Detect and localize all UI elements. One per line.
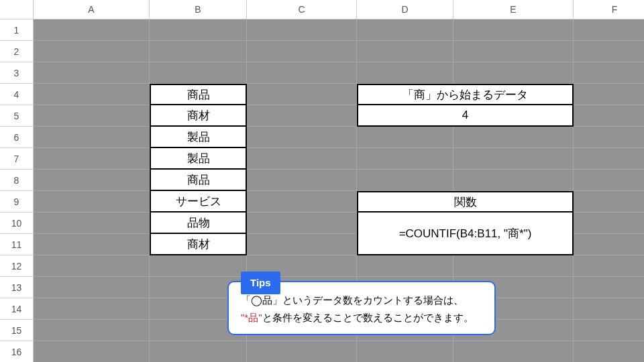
cell[interactable] xyxy=(34,170,150,191)
cell[interactable] xyxy=(247,84,357,105)
cell[interactable] xyxy=(247,148,357,170)
column-header-B[interactable]: B xyxy=(150,0,247,19)
data-cell[interactable]: 4 xyxy=(357,105,574,127)
cell[interactable] xyxy=(34,191,150,213)
cell[interactable] xyxy=(453,255,574,277)
cell[interactable] xyxy=(574,148,644,170)
cell[interactable] xyxy=(34,62,150,84)
data-cell[interactable]: 製品 xyxy=(150,127,247,148)
cell[interactable] xyxy=(453,341,574,362)
cell[interactable] xyxy=(453,170,574,191)
cell[interactable] xyxy=(574,277,644,298)
data-cell[interactable]: サービス xyxy=(150,191,247,213)
cell[interactable] xyxy=(574,213,644,234)
cell[interactable] xyxy=(574,62,644,84)
cell[interactable] xyxy=(247,341,357,362)
cell[interactable] xyxy=(357,41,453,62)
cell[interactable] xyxy=(34,148,150,170)
cell[interactable] xyxy=(574,84,644,105)
cell[interactable] xyxy=(357,127,453,148)
data-cell[interactable]: 商材 xyxy=(150,234,247,255)
data-cell[interactable]: 「商」から始まるデータ xyxy=(357,84,574,105)
data-cell[interactable]: 商材 xyxy=(150,105,247,127)
cell[interactable] xyxy=(247,41,357,62)
cell[interactable] xyxy=(150,341,247,362)
data-cell[interactable]: 品物 xyxy=(150,213,247,234)
row-header-4[interactable]: 4 xyxy=(0,84,34,105)
cell[interactable] xyxy=(357,255,453,277)
cell[interactable] xyxy=(453,127,574,148)
cell[interactable] xyxy=(150,255,247,277)
cell[interactable] xyxy=(34,213,150,234)
row-header-16[interactable]: 16 xyxy=(0,341,34,362)
column-header-C[interactable]: C xyxy=(247,0,357,19)
cell[interactable] xyxy=(34,234,150,255)
column-header-D[interactable]: D xyxy=(357,0,453,19)
cell[interactable] xyxy=(34,298,150,320)
column-header-A[interactable]: A xyxy=(34,0,150,19)
cell[interactable] xyxy=(247,127,357,148)
cell[interactable] xyxy=(453,148,574,170)
cell[interactable] xyxy=(247,191,357,213)
cell[interactable] xyxy=(357,170,453,191)
row-header-7[interactable]: 7 xyxy=(0,148,34,170)
data-cell[interactable]: 関数 xyxy=(357,191,574,213)
cell[interactable] xyxy=(574,298,644,320)
data-cell[interactable]: 商品 xyxy=(150,170,247,191)
cell[interactable] xyxy=(453,62,574,84)
cell[interactable] xyxy=(34,127,150,148)
data-cell[interactable]: 製品 xyxy=(150,148,247,170)
row-header-3[interactable]: 3 xyxy=(0,62,34,84)
cell[interactable] xyxy=(357,62,453,84)
row-header-13[interactable]: 13 xyxy=(0,277,34,298)
cell[interactable] xyxy=(34,84,150,105)
cell[interactable] xyxy=(357,19,453,41)
row-header-5[interactable]: 5 xyxy=(0,105,34,127)
cell[interactable] xyxy=(574,320,644,341)
cell[interactable] xyxy=(34,320,150,341)
cell[interactable] xyxy=(574,234,644,255)
cell[interactable] xyxy=(150,41,247,62)
cell[interactable] xyxy=(150,62,247,84)
cell[interactable] xyxy=(34,277,150,298)
cell[interactable] xyxy=(357,341,453,362)
row-header-14[interactable]: 14 xyxy=(0,298,34,320)
row-header-6[interactable]: 6 xyxy=(0,127,34,148)
data-cell[interactable]: =COUNTIF(B4:B11, "商*") xyxy=(357,213,574,255)
cell[interactable] xyxy=(247,19,357,41)
cell[interactable] xyxy=(34,41,150,62)
cell[interactable] xyxy=(247,105,357,127)
cell[interactable] xyxy=(574,127,644,148)
row-header-2[interactable]: 2 xyxy=(0,41,34,62)
cell[interactable] xyxy=(34,341,150,362)
row-header-15[interactable]: 15 xyxy=(0,320,34,341)
row-header-12[interactable]: 12 xyxy=(0,255,34,277)
cell[interactable] xyxy=(453,41,574,62)
select-all-corner[interactable] xyxy=(0,0,34,19)
row-header-9[interactable]: 9 xyxy=(0,191,34,213)
cell[interactable] xyxy=(34,105,150,127)
cell[interactable] xyxy=(34,255,150,277)
cell[interactable] xyxy=(453,19,574,41)
cell[interactable] xyxy=(574,19,644,41)
row-header-11[interactable]: 11 xyxy=(0,234,34,255)
row-header-1[interactable]: 1 xyxy=(0,19,34,41)
cell[interactable] xyxy=(574,105,644,127)
cell[interactable] xyxy=(150,19,247,41)
cell[interactable] xyxy=(574,341,644,362)
cell[interactable] xyxy=(247,234,357,255)
data-cell[interactable]: 商品 xyxy=(150,84,247,105)
column-header-E[interactable]: E xyxy=(453,0,574,19)
cell[interactable] xyxy=(247,62,357,84)
cell[interactable] xyxy=(247,213,357,234)
cell[interactable] xyxy=(574,255,644,277)
cell[interactable] xyxy=(574,41,644,62)
cell[interactable] xyxy=(34,19,150,41)
cell[interactable] xyxy=(357,148,453,170)
cell[interactable] xyxy=(247,170,357,191)
row-header-8[interactable]: 8 xyxy=(0,170,34,191)
cell[interactable] xyxy=(574,170,644,191)
row-header-10[interactable]: 10 xyxy=(0,213,34,234)
cell[interactable] xyxy=(574,191,644,213)
column-header-F[interactable]: F xyxy=(574,0,644,19)
